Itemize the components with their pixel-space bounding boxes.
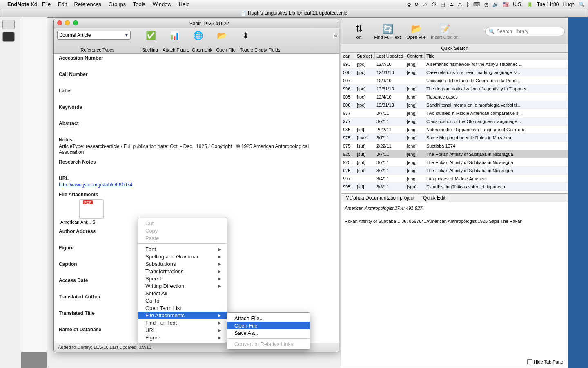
spelling-button[interactable]: ✅ [139, 30, 163, 41]
tab-quick-edit[interactable]: Quick Edit [419, 194, 450, 202]
zoom-icon[interactable] [73, 20, 78, 25]
ctx-url[interactable]: URL [138, 326, 227, 334]
input-locale[interactable]: U.S. [513, 2, 522, 7]
ctx-spelling[interactable]: Spelling and Grammar [138, 253, 227, 260]
library-rows[interactable]: 993[tpc]12/7/10[eng]A semantic framework… [341, 60, 568, 191]
ctx-go-to[interactable]: Go To [138, 297, 227, 304]
col-updated[interactable]: Last Updated [375, 53, 405, 60]
table-row[interactable]: 935[tcf]2/22/11[eng]Notes on the Tlappan… [341, 126, 568, 134]
ctx-find-full-text[interactable]: Find Full Text [138, 319, 227, 326]
sort-button[interactable]: ⇅ort [345, 23, 373, 40]
table-row[interactable]: 925[sut]3/7/11[eng]The Hokan Affinity of… [341, 158, 568, 166]
hide-tab-checkbox[interactable] [527, 359, 532, 364]
ctx-file-attachments[interactable]: File Attachments [138, 312, 227, 319]
notes-value[interactable]: ArticleType: research-article / Full pub… [59, 144, 334, 155]
sub-attach-file[interactable]: Attach File... [227, 314, 310, 322]
ctx-figure[interactable]: Figure [138, 334, 227, 341]
menu-tools[interactable]: Tools [133, 1, 145, 7]
menu-file[interactable]: File [42, 1, 51, 7]
quick-search-label[interactable]: Quick Search [341, 44, 568, 53]
ctx-transformations[interactable]: Transformations [138, 267, 227, 275]
pdf-attachment-icon[interactable] [79, 199, 104, 219]
url-value[interactable]: http://www.jstor.org/stable/661074 [59, 182, 334, 188]
menu-groups[interactable]: Groups [109, 1, 126, 7]
lib-open-file-button[interactable]: 📂Open File [402, 23, 430, 40]
col-subject[interactable]: Subject ... [355, 53, 375, 60]
table-row[interactable]: 993[tpc]12/7/10[eng]A semantic framework… [341, 60, 568, 68]
user-menu[interactable]: Hugh [563, 2, 575, 7]
table-row[interactable]: 996[tpc]12/31/10[eng]The degrammaticaliz… [341, 85, 568, 93]
col-title[interactable]: Title [425, 53, 568, 60]
volume-icon[interactable]: 🔊 [492, 2, 499, 7]
ctx-speech[interactable]: Speech [138, 275, 227, 282]
ctx-writing-direction[interactable]: Writing Direction [138, 282, 227, 289]
dropbox-icon[interactable]: ⬙ [407, 2, 411, 7]
ctx-substitutions[interactable]: Substitutions [138, 260, 227, 267]
ctx-open-term-list[interactable]: Open Term List [138, 304, 227, 312]
sub-save-as[interactable]: Save As... [227, 329, 310, 337]
clock[interactable]: Tue 11:00 [537, 2, 559, 7]
col-content[interactable]: Content... [405, 53, 425, 60]
keywords-label: Keywords [59, 104, 334, 110]
table-row[interactable]: 975[maz]3/7/11[eng]Some Morphophonemic R… [341, 134, 568, 142]
col-year[interactable]: ear [341, 53, 355, 60]
sync-icon[interactable]: ⟳ [415, 2, 419, 7]
display-icon[interactable]: ▤ [441, 2, 445, 7]
battery-icon[interactable]: 🔋 [527, 2, 533, 7]
flag-icon[interactable]: 🇺🇸 [503, 2, 509, 7]
research-notes-value[interactable] [59, 166, 334, 171]
menu-help[interactable]: Help [179, 1, 190, 7]
print-icon[interactable] [2, 20, 15, 29]
menubar[interactable]: EndNote X4 File Edit References Groups T… [0, 0, 588, 9]
search-input[interactable]: 🔍 Search Library [485, 27, 565, 36]
menu-window[interactable]: Window [153, 1, 172, 7]
library-header[interactable]: ear Subject ... Last Updated Content... … [341, 53, 568, 60]
accession-value[interactable] [59, 62, 334, 67]
sub-open-file[interactable]: Open File [227, 322, 310, 329]
alert-icon[interactable]: ⚠ [423, 2, 428, 7]
tab-project[interactable]: Me'phaa Documentation project [341, 194, 419, 202]
table-row[interactable]: 00710/9/10Ubicación del estado de Guerre… [341, 76, 568, 85]
clock-icon[interactable]: ⏱ [432, 2, 437, 7]
record-titlebar[interactable]: Sapir, 1925 #1622 [54, 19, 339, 28]
eject-icon[interactable]: ⏏ [449, 2, 454, 7]
context-menu[interactable]: Cut Copy Paste Font Spelling and Grammar… [138, 218, 227, 343]
timemachine-icon[interactable]: ◷ [484, 2, 488, 7]
ctx-select-all[interactable]: Select All [138, 289, 227, 297]
table-row[interactable]: 006[tpc]12/31/10[eng]Sandhi tonal intern… [341, 101, 568, 109]
table-row[interactable]: 925[sut]3/7/11[eng]The Hokan Affinity of… [341, 150, 568, 158]
table-row[interactable]: 9773/7/11[eng]Classification of the Otom… [341, 117, 568, 126]
hide-tab-pane[interactable]: Hide Tab Pane [527, 359, 563, 364]
app-name[interactable]: EndNote X4 [7, 1, 37, 7]
spotlight-icon[interactable]: 🔍 [579, 2, 585, 7]
table-row[interactable]: 925[sut]3/7/11[eng]The Hokan Affinity of… [341, 166, 568, 175]
menu-references[interactable]: References [74, 1, 101, 7]
keywords-value[interactable] [59, 111, 334, 117]
table-row[interactable]: 008[tpc]12/31/10[eng]Case relations in a… [341, 68, 568, 76]
find-full-text-button[interactable]: 🔄Find Full Text [373, 23, 402, 40]
bluetooth-icon[interactable]: ᛒ [466, 2, 469, 7]
abstract-value[interactable] [59, 127, 334, 133]
file-attachments-submenu[interactable]: Attach File... Open File Save As... Conv… [227, 312, 310, 350]
ctx-font[interactable]: Font [138, 245, 227, 253]
table-row[interactable]: 9973/4/11[eng]Languages of Middle Americ… [341, 175, 568, 183]
keyboard-icon[interactable]: ⌨ [473, 2, 480, 7]
reference-type-select[interactable]: Journal Article [57, 31, 131, 40]
wifi-icon[interactable]: ⧋ [458, 2, 462, 7]
label-value[interactable] [59, 94, 334, 100]
insert-citation-button[interactable]: 📝Insert Citation [430, 23, 459, 40]
table-row[interactable]: 995[tcf]3/8/11[spa]Estudios lingüísticos… [341, 183, 568, 191]
toggle-empty-button[interactable]: ⬍ [234, 30, 257, 41]
page-icon[interactable] [2, 32, 15, 42]
callno-value[interactable] [59, 78, 334, 84]
close-icon[interactable] [57, 20, 62, 25]
minimize-icon[interactable] [65, 20, 70, 25]
menu-edit[interactable]: Edit [58, 1, 67, 7]
toolbar-more-icon[interactable]: » [334, 32, 337, 39]
table-row[interactable]: 975[sut]2/22/11[eng]Subtiaba 1974 [341, 142, 568, 150]
open-link-button[interactable]: 🌐 [186, 30, 210, 41]
table-row[interactable]: 005[tpc]12/4/10[eng]Tlapanec cases [341, 93, 568, 101]
open-file-button[interactable]: 📂 [210, 30, 234, 41]
attach-figure-button[interactable]: 📊 [163, 30, 186, 41]
table-row[interactable]: 9773/7/11[eng]Two studies in Middle Amer… [341, 109, 568, 117]
